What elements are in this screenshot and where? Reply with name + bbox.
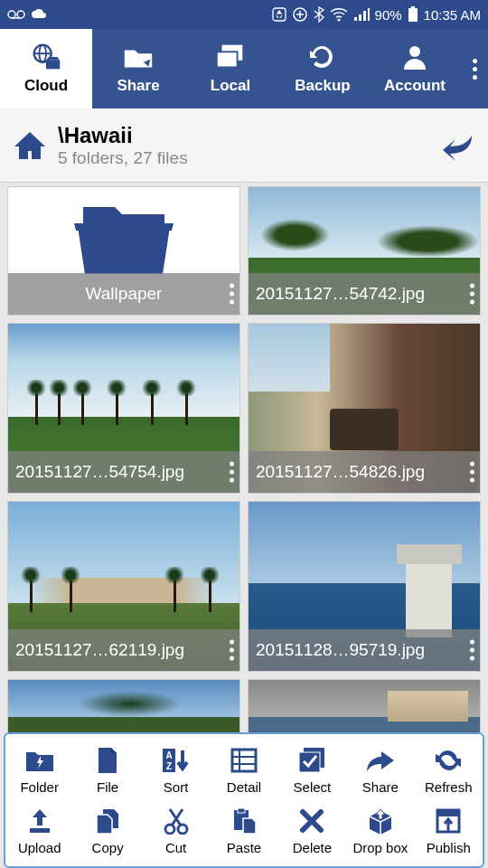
path-name: \Hawaii [58, 123, 439, 148]
back-icon[interactable] [439, 127, 477, 165]
svg-rect-31 [437, 810, 459, 816]
recycle-icon [272, 7, 286, 22]
tool-upload[interactable]: Upload [5, 800, 73, 861]
home-icon[interactable] [11, 127, 49, 165]
tool-label: Cut [165, 840, 186, 855]
battery-percent: 90% [375, 7, 402, 23]
svg-point-26 [165, 825, 174, 834]
folder-icon [65, 191, 183, 281]
publish-icon [431, 806, 465, 836]
account-person-icon [398, 42, 432, 71]
svg-text:Z: Z [166, 761, 172, 771]
tab-label: Cloud [24, 77, 68, 95]
tool-label: Folder [20, 779, 59, 795]
wifi-icon [330, 7, 348, 22]
tool-copy[interactable]: Copy [73, 800, 141, 861]
dropbox-box-icon [363, 806, 398, 836]
tile-filename: Wallpaper [86, 284, 163, 304]
cloud-icon [31, 9, 47, 20]
tile-menu-icon[interactable] [470, 462, 474, 483]
signal-icon [353, 7, 370, 22]
tool-dropbox[interactable]: Drop box [346, 800, 414, 861]
svg-rect-25 [30, 828, 50, 833]
tab-account[interactable]: Account [369, 29, 461, 108]
tool-label: Refresh [425, 779, 473, 795]
bluetooth-icon [314, 6, 324, 23]
tool-label: Share [362, 779, 399, 795]
tile-filename: 20151127…62119.jpg [15, 640, 184, 660]
tool-file[interactable]: File [73, 740, 141, 800]
tile-menu-icon[interactable] [230, 640, 234, 661]
svg-rect-19 [232, 750, 256, 771]
image-tile[interactable]: 20151127…54742.jpg [248, 186, 481, 316]
tab-cloud[interactable]: Cloud [0, 29, 92, 108]
tile-menu-icon[interactable] [470, 284, 474, 305]
path-subtitle: 5 folders, 27 files [58, 148, 439, 168]
tool-detail[interactable]: Detail [210, 740, 277, 800]
tool-label: Copy [92, 840, 124, 855]
select-check-icon [295, 745, 329, 776]
svg-rect-29 [238, 808, 245, 813]
folder-lightning-icon [23, 745, 57, 776]
tool-label: Upload [18, 840, 61, 855]
image-tile[interactable]: 20151128…95719.jpg [248, 501, 481, 672]
local-folders-icon [213, 42, 248, 71]
tool-label: Paste [227, 840, 261, 855]
image-tile[interactable] [248, 679, 481, 733]
tile-menu-icon[interactable] [230, 284, 234, 305]
tool-label: Delete [293, 840, 332, 855]
path-bar: \Hawaii 5 folders, 27 files [0, 108, 488, 183]
svg-point-7 [337, 19, 340, 22]
tool-refresh[interactable]: Refresh [415, 740, 483, 800]
folder-tile[interactable]: Wallpaper [7, 186, 240, 316]
svg-text:A: A [165, 750, 172, 760]
image-tile[interactable]: 20151127…62119.jpg [7, 501, 240, 672]
backup-sync-icon [305, 42, 340, 71]
svg-point-15 [409, 46, 420, 57]
image-tile[interactable] [7, 679, 240, 733]
tool-paste[interactable]: Paste [210, 800, 277, 861]
tool-cut[interactable]: Cut [142, 800, 210, 861]
image-tile[interactable]: 20151127…54754.jpg [7, 323, 240, 494]
battery-icon [408, 6, 418, 23]
tool-delete[interactable]: Delete [278, 800, 346, 861]
tile-filename: 20151127…54754.jpg [15, 462, 184, 482]
tile-menu-icon[interactable] [470, 640, 474, 661]
tab-local[interactable]: Local [184, 29, 277, 108]
svg-point-1 [17, 11, 24, 18]
svg-rect-8 [408, 8, 418, 22]
paste-clipboard-icon [227, 806, 261, 836]
tab-label: Account [384, 77, 446, 95]
tab-label: Backup [295, 77, 350, 95]
refresh-icon [431, 745, 465, 776]
tool-folder[interactable]: Folder [5, 740, 73, 800]
tool-label: Detail [227, 779, 261, 795]
cloud-globe-icon [29, 42, 63, 71]
status-bar: 90% 10:35 AM [0, 0, 488, 29]
file-new-icon [90, 745, 125, 776]
delete-x-icon [295, 806, 329, 836]
share-folder-icon [121, 42, 155, 71]
tab-backup[interactable]: Backup [277, 29, 369, 108]
tile-menu-icon[interactable] [230, 462, 234, 483]
svg-rect-14 [217, 52, 238, 67]
tool-share[interactable]: Share [346, 740, 414, 800]
tile-filename: 20151128…95719.jpg [256, 640, 425, 660]
tile-filename: 20151127…54742.jpg [256, 284, 425, 304]
tab-label: Local [211, 77, 250, 95]
detail-list-icon [227, 745, 261, 776]
tab-share[interactable]: Share [92, 29, 184, 108]
tool-label: File [97, 779, 118, 795]
voicemail-icon [7, 9, 25, 20]
cut-scissors-icon [159, 806, 193, 836]
sort-az-icon: AZ [159, 745, 193, 776]
overflow-menu[interactable] [461, 29, 488, 108]
svg-rect-9 [411, 6, 415, 8]
image-tile[interactable]: 20151127…54826.jpg [248, 323, 481, 494]
tool-label: Select [294, 779, 332, 795]
tool-sort[interactable]: AZ Sort [142, 740, 210, 800]
top-tabs: Cloud Share Local Backup Account [0, 29, 488, 108]
share-arrow-icon [363, 745, 398, 776]
tool-select[interactable]: Select [278, 740, 346, 800]
tool-publish[interactable]: Publish [415, 800, 483, 861]
